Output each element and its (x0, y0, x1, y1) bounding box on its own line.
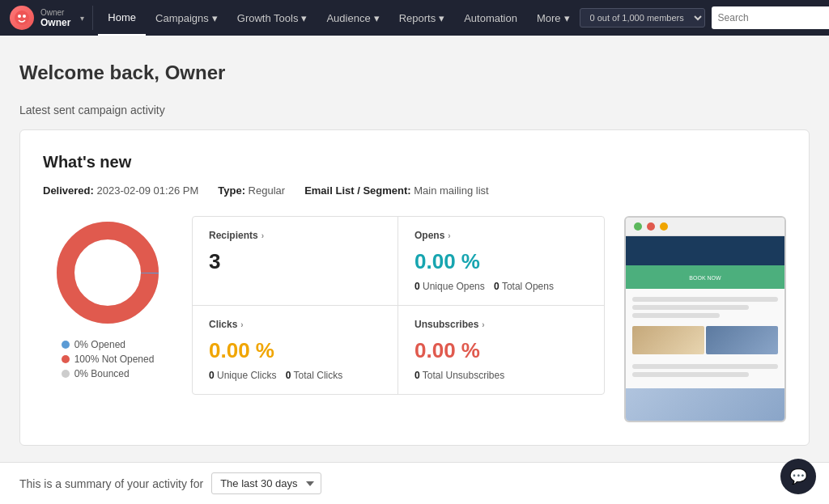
nav-link-reports[interactable]: Reports ▾ (389, 0, 455, 36)
type-label: Type: (218, 184, 245, 197)
brand-name: Owner (40, 17, 70, 28)
stats-grid: Recipients › 3 Opens › 0.00 % 0 Unique O… (192, 216, 605, 395)
clicks-arrow-icon: › (240, 320, 243, 329)
campaign-meta: Delivered: 2023-02-09 01:26 PM Type: Reg… (43, 184, 786, 197)
unique-clicks: 0 Unique Clicks (209, 370, 276, 381)
audience-selector[interactable]: 0 out of 1,000 members (580, 8, 705, 28)
ep-dot-yellow (660, 222, 668, 231)
delivered-value: 2023-02-09 01:26 PM (97, 184, 199, 197)
ep-img3 (706, 326, 778, 354)
stat-unsubscribes-subtext: 0 Total Unsubscribes (414, 370, 588, 381)
ep-cta-button: BOOK NOW (682, 273, 727, 282)
ep-line-3 (632, 313, 720, 318)
legend-bounced-dot (62, 370, 70, 378)
donut-legend: 0% Opened 100% Not Opened 0% Bounced (62, 339, 155, 379)
period-selector[interactable]: The last 30 days The last 7 days This mo… (211, 472, 321, 494)
ep-hero-image: BOOK NOW (626, 236, 784, 289)
ep-line-5 (632, 372, 749, 377)
nav-link-more[interactable]: More ▾ (527, 0, 580, 36)
nav-link-growth-tools[interactable]: Growth Tools ▾ (227, 0, 317, 36)
email-list-label: Email List / Segment: (304, 184, 410, 197)
stat-opens-label[interactable]: Opens › (414, 230, 588, 241)
growth-dropdown-icon: ▾ (301, 12, 307, 24)
more-dropdown-icon: ▾ (564, 12, 570, 24)
email-preview-bar (626, 218, 784, 236)
stat-recipients: Recipients › 3 (193, 217, 398, 306)
type-meta: Type: Regular (218, 184, 285, 197)
stat-unsubscribes-label[interactable]: Unsubscribes › (414, 319, 588, 330)
legend-opened-text: 0% Opened (74, 339, 125, 350)
campaign-title: What's new (43, 153, 786, 172)
ep-line-1 (632, 297, 778, 302)
welcome-title: Welcome back, Owner (19, 61, 810, 84)
unsubscribes-arrow-icon: › (482, 320, 484, 329)
unique-opens: 0 Unique Opens (414, 281, 485, 292)
email-preview-body: BOOK NOW (626, 236, 784, 421)
legend-opened: 0% Opened (62, 339, 155, 350)
stat-recipients-label[interactable]: Recipients › (209, 230, 381, 241)
legend-bounced: 0% Bounced (62, 368, 155, 379)
svg-point-0 (15, 11, 29, 25)
total-opens: 0 Total Opens (494, 281, 554, 292)
main-content: Welcome back, Owner Latest sent campaign… (0, 36, 829, 504)
nav-right: 0 out of 1,000 members All ▾ ? 👤 ▾ (580, 6, 829, 29)
brand-avatar (10, 6, 34, 30)
donut-chart (51, 216, 164, 329)
ep-dot-red (647, 222, 655, 231)
delivered-meta: Delivered: 2023-02-09 01:26 PM (43, 184, 198, 197)
search-input[interactable] (712, 12, 829, 23)
bottom-bar: This is a summary of your activity for T… (0, 462, 829, 504)
ep-dot-green (634, 222, 642, 231)
stat-clicks-label[interactable]: Clicks › (209, 319, 381, 330)
audience-dropdown-icon: ▾ (374, 12, 380, 24)
ep-img2 (632, 326, 704, 354)
total-clicks: 0 Total Clicks (286, 370, 342, 381)
total-unsubscribes: 0 Total Unsubscribes (414, 370, 504, 381)
nav-brand[interactable]: Owner Owner ▾ (10, 6, 93, 30)
delivered-label: Delivered: (43, 184, 94, 197)
ep-line-4 (632, 364, 778, 369)
section-label: Latest sent campaign activity (19, 104, 810, 116)
stat-opens-subtext: 0 Unique Opens 0 Total Opens (414, 281, 588, 292)
ep-img-bottom (626, 388, 784, 421)
type-value: Regular (249, 184, 286, 197)
stat-clicks-value: 0.00 % (209, 338, 381, 363)
legend-opened-dot (62, 341, 70, 349)
ep-row-images (626, 326, 784, 354)
opens-arrow-icon: › (448, 231, 450, 240)
email-list-value: Main mailing list (414, 184, 488, 197)
chat-bubble-button[interactable]: 💬 (780, 459, 816, 494)
nav-link-campaigns[interactable]: Campaigns ▾ (146, 0, 227, 36)
nav-link-audience[interactable]: Audience ▾ (317, 0, 389, 36)
email-list-meta: Email List / Segment: Main mailing list (304, 184, 489, 197)
legend-not-opened-dot (62, 355, 70, 363)
welcome-text: Welcome back, (19, 61, 165, 83)
svg-point-6 (75, 240, 140, 305)
svg-point-2 (23, 15, 26, 18)
recipients-arrow-icon: › (261, 231, 264, 240)
nav-links: Home Campaigns ▾ Growth Tools ▾ Audience… (98, 0, 579, 36)
search-bar: All ▾ (712, 6, 829, 29)
stat-opens: Opens › 0.00 % 0 Unique Opens 0 Total Op… (398, 217, 604, 306)
ep-content-area (626, 289, 784, 326)
stat-clicks-subtext: 0 Unique Clicks 0 Total Clicks (209, 370, 381, 381)
stat-recipients-value: 3 (209, 249, 381, 274)
stat-unsubscribes: Unsubscribes › 0.00 % 0 Total Unsubscrib… (398, 306, 604, 394)
stat-opens-value: 0.00 % (414, 249, 588, 274)
campaigns-dropdown-icon: ▾ (212, 12, 218, 24)
campaign-stats-wrapper: 0% Opened 100% Not Opened 0% Bounced (43, 216, 786, 422)
reports-dropdown-icon: ▾ (439, 12, 444, 24)
svg-point-1 (18, 15, 21, 18)
campaign-card: What's new Delivered: 2023-02-09 01:26 P… (19, 129, 810, 446)
nav-link-automation[interactable]: Automation (454, 0, 527, 36)
nav-link-home[interactable]: Home (98, 0, 146, 36)
brand-owner-label: Owner (40, 8, 70, 17)
welcome-name: Owner (165, 61, 226, 83)
email-preview: BOOK NOW (624, 216, 786, 422)
brand-dropdown-icon[interactable]: ▾ (80, 14, 84, 23)
summary-text: This is a summary of your activity for (19, 477, 203, 490)
brand-text: Owner Owner (40, 8, 70, 28)
ep-line-2 (632, 305, 749, 310)
legend-not-opened-text: 100% Not Opened (74, 354, 155, 365)
stat-unsubscribes-value: 0.00 % (414, 338, 588, 363)
